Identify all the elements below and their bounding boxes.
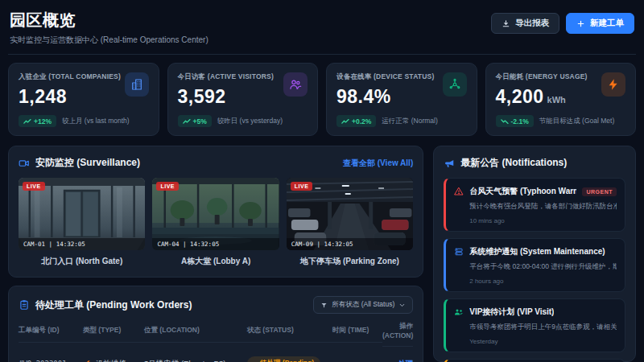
megaphone-icon (444, 158, 455, 169)
chevron-down-icon (398, 302, 406, 309)
camera-feed-image: LIVE CAM-09 | 14:32:05 (287, 178, 413, 250)
trend-down-icon (501, 118, 509, 125)
column-header-status: 状态 (STATUS) (247, 321, 332, 343)
stat-value: 1,248 (19, 86, 67, 108)
trend-badge: -2.1% (496, 115, 534, 127)
stat-label: 今日能耗 (ENERGY USAGE) (496, 72, 588, 82)
stats-row: 入驻企业 (TOTAL COMPANIES) 1,248 +12% 较上月 (v… (8, 63, 636, 136)
new-work-order-label: 新建工单 (590, 18, 624, 29)
camera-meta: CAM-04 | 14:32:05 (152, 238, 279, 250)
notification-fire-drill[interactable]: 消防演习通知 (Fire Drill) 下周一将在A栋举行全员消防演习，请周知。… (444, 359, 625, 362)
urgent-badge: URGENT (582, 187, 617, 196)
vip-users-icon (454, 307, 464, 317)
notification-title: 台风天气预警 (Typhoon Warning) (469, 186, 576, 197)
header-titles: 园区概览 实时监控与运营数据中心 (Real-time Operations C… (10, 10, 208, 46)
bolt-icon (601, 72, 625, 97)
trend-up-icon (341, 118, 349, 125)
notification-vip-visit[interactable]: VIP接待计划 (VIP Visit) 市领导考察团将于明日上午9点莅临参观，请… (444, 298, 625, 352)
notification-body: 平台将于今晚 02:00-04:00 进行例行升级维护，期间服务可能中断。 (469, 262, 617, 272)
stat-card-companies: 入驻企业 (TOTAL COMPANIES) 1,248 +12% 较上月 (v… (8, 63, 159, 136)
stat-card-visitors: 今日访客 (ACTIVE VISITORS) 3,592 +5% 较昨日 (vs… (167, 63, 319, 136)
notification-body: 市领导考察团将于明日上午9点莅临参观，请相关部门做好接待。 (469, 323, 617, 332)
stat-note: 节能目标达成 (Goal Met) (539, 117, 615, 126)
work-orders-table: 工单编号 (ID) 类型 (TYPE) 位置 (LOCATION) 状态 (ST… (19, 317, 413, 362)
plus-icon (576, 19, 585, 28)
trend-badge: +0.2% (336, 115, 376, 127)
stat-value: 3,592 (178, 86, 226, 108)
order-status: 待处理 (Pending) (247, 347, 332, 362)
dashboard-page: 园区概览 实时监控与运营数据中心 (Real-time Operations C… (0, 0, 644, 362)
notification-title: VIP接待计划 (VIP Visit) (469, 306, 554, 318)
notification-title: 系统维护通知 (System Maintenance) (469, 246, 605, 257)
order-time: 10:00 AM (332, 350, 382, 362)
warning-icon (454, 187, 464, 196)
camera-meta: CAM-01 | 14:32:05 (19, 238, 145, 250)
new-work-order-button[interactable]: 新建工单 (566, 13, 634, 34)
network-icon (443, 72, 467, 97)
order-id: #WO-2023001 (19, 350, 83, 362)
clipboard-icon (19, 299, 30, 311)
work-orders-panel: 待处理工单 (Pending Work Orders) 所有状态 (All St… (8, 286, 423, 362)
stat-note: 运行正常 (Normal) (382, 117, 437, 126)
page-title: 园区概览 (10, 10, 208, 31)
surveillance-title: 安防监控 (Surveillance) (19, 156, 140, 170)
column-header-location: 位置 (LOCATION) (144, 321, 247, 343)
column-header-action: 操作 (ACTION) (382, 317, 413, 347)
camera-name: A栋大堂 (Lobby A) (152, 256, 279, 267)
live-badge: LIVE (23, 182, 45, 191)
notification-time: Yesterday (469, 338, 617, 345)
notification-time: 2 hours ago (469, 278, 617, 285)
trend-badge: +5% (178, 115, 212, 127)
users-icon (283, 72, 308, 97)
notifications-panel: 最新公告 (Notifications) 台风天气预警 (Typhoon War… (433, 146, 636, 362)
camera-grid: LIVE CAM-01 | 14:32:05 北门入口 (North Gate) (19, 178, 413, 267)
trend-badge: +12% (19, 115, 56, 127)
stat-label: 今日访客 (ACTIVE VISITORS) (178, 72, 274, 82)
notification-system-maintenance[interactable]: 系统维护通知 (System Maintenance) 平台将于今晚 02:00… (444, 238, 625, 292)
order-action-link[interactable]: 处理 (398, 359, 413, 362)
notification-body: 预计今晚有强台风登陆，请各部门做好防汛防台准备工作。 (469, 202, 617, 212)
stat-label: 入驻企业 (TOTAL COMPANIES) (19, 72, 121, 82)
stat-unit: kWh (547, 95, 566, 105)
stat-value: 4,200 (496, 86, 544, 108)
order-action-cell: 处理 (382, 349, 413, 362)
stat-note: 较上月 (vs last month) (62, 117, 130, 126)
column-header-id: 工单编号 (ID) (19, 321, 83, 343)
camera-name: 地下停车场 (Parking Zone) (287, 256, 413, 267)
order-location: 3号楼电梯 (Elevator B3) (144, 349, 247, 362)
header-actions: 导出报表 新建工单 (491, 13, 634, 34)
filter-icon (320, 302, 328, 309)
order-type: 设施维修 (83, 349, 144, 362)
page-subtitle: 实时监控与运营数据中心 (Real-time Operations Center… (10, 35, 208, 46)
column-header-time: 时间 (TIME) (332, 321, 382, 343)
camera-card-parking[interactable]: LIVE CAM-09 | 14:32:05 地下停车场 (Parking Zo… (287, 178, 413, 267)
camera-card-north-gate[interactable]: LIVE CAM-01 | 14:32:05 北门入口 (North Gate) (19, 178, 145, 267)
live-badge: LIVE (291, 182, 313, 191)
view-all-link[interactable]: 查看全部 (View All) (343, 158, 413, 169)
column-header-type: 类型 (TYPE) (83, 321, 144, 343)
camera-feed-image: LIVE CAM-04 | 14:32:05 (152, 178, 279, 250)
download-icon (502, 19, 510, 28)
video-camera-icon (19, 158, 30, 169)
notifications-title: 最新公告 (Notifications) (444, 156, 567, 170)
status-filter-dropdown[interactable]: 所有状态 (All Status) (313, 296, 413, 314)
camera-card-lobby-a[interactable]: LIVE CAM-04 | 14:32:05 A栋大堂 (Lobby A) (152, 178, 279, 267)
camera-feed-image: LIVE CAM-01 | 14:32:05 (19, 178, 145, 250)
live-badge: LIVE (156, 182, 179, 191)
export-report-button[interactable]: 导出报表 (491, 13, 559, 34)
page-header: 园区概览 实时监控与运营数据中心 (Real-time Operations C… (8, 8, 636, 55)
status-filter-label: 所有状态 (All Status) (332, 300, 394, 310)
stat-value: 98.4% (336, 86, 391, 108)
stat-card-devices: 设备在线率 (DEVICE STATUS) 98.4% +0.2% 运行正常 (… (326, 63, 477, 136)
stat-label: 设备在线率 (DEVICE STATUS) (336, 72, 434, 82)
building-icon (125, 72, 149, 97)
stat-note: 较昨日 (vs yesterday) (217, 117, 283, 126)
server-icon (454, 247, 464, 257)
surveillance-panel: 安防监控 (Surveillance) 查看全部 (View All) (8, 146, 423, 278)
camera-meta: CAM-09 | 14:32:05 (287, 238, 413, 250)
stat-card-energy: 今日能耗 (ENERGY USAGE) 4,200 kWh -2.1% 节能目标… (485, 63, 637, 136)
trend-up-icon (183, 118, 191, 125)
notification-typhoon-warning[interactable]: 台风天气预警 (Typhoon Warning) URGENT 预计今晚有强台风… (444, 178, 625, 232)
status-badge-pending: 待处理 (Pending) (247, 356, 320, 362)
camera-name: 北门入口 (North Gate) (19, 256, 145, 267)
